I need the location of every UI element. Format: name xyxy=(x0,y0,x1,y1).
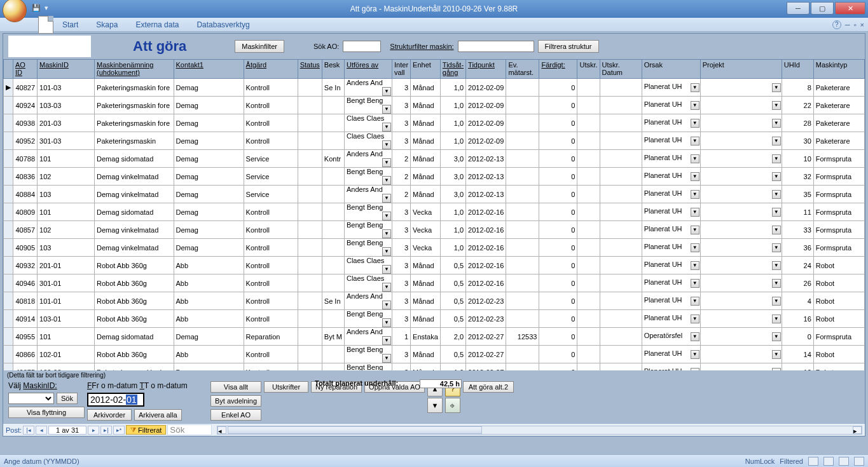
move-down-button[interactable]: ▼ xyxy=(427,398,443,413)
view-form-icon[interactable] xyxy=(823,457,834,466)
table-row[interactable]: 40914103-01Robot Abb 360gAbbKontrollBeng… xyxy=(4,310,865,328)
dropdown-icon[interactable]: ▼ xyxy=(772,137,781,146)
dropdown-icon[interactable]: ▼ xyxy=(382,140,391,149)
filtrera-struktur-button[interactable]: Filtrera struktur xyxy=(538,40,599,53)
dropdown-icon[interactable]: ▼ xyxy=(691,243,699,252)
table-row[interactable]: 40866102-01Robot Abb 360gAbbKontrollBeng… xyxy=(4,346,865,363)
data-grid[interactable]: AOID MaskinID Maskinbenämning(uhdokument… xyxy=(3,59,865,370)
exit-button[interactable]: ⎆ xyxy=(445,398,460,413)
dropdown-icon[interactable]: ▼ xyxy=(772,261,781,270)
strukturfilter-input[interactable] xyxy=(458,41,534,52)
recnav-search[interactable] xyxy=(167,424,212,435)
dropdown-icon[interactable]: ▼ xyxy=(691,190,699,199)
table-row[interactable]: 40788101Demag sidomatadDemagServiceKontr… xyxy=(4,150,865,168)
table-row[interactable]: 40932201-01Robot Abb 360gAbbKontrollClae… xyxy=(4,257,865,274)
recnav-position[interactable]: 1 av 31 xyxy=(48,426,86,435)
maximize-button[interactable]: ▢ xyxy=(811,2,834,15)
dropdown-icon[interactable]: ▼ xyxy=(691,137,699,146)
table-row[interactable]: ▶40827101-03Paketeringsmaskin foreDemagK… xyxy=(4,79,865,97)
menu-start[interactable]: Start xyxy=(62,20,78,29)
dropdown-icon[interactable]: ▼ xyxy=(772,297,781,306)
horizontal-scrollbar[interactable]: ◂▸ xyxy=(217,426,862,435)
table-row[interactable]: 40836102Demag vinkelmatadDemagServiceBen… xyxy=(4,168,865,186)
recnav-next[interactable]: ▸ xyxy=(88,426,99,435)
table-row[interactable]: 40809101Demag sidomatadDemagKontrollBeng… xyxy=(4,203,865,221)
recnav-new[interactable]: ▸* xyxy=(113,426,125,435)
table-row[interactable]: 40924103-03Paketeringsmaskin foreDemagKo… xyxy=(4,97,865,114)
from-date-input[interactable]: 2012-02-01 xyxy=(87,393,144,407)
dropdown-icon[interactable]: ▼ xyxy=(772,332,781,341)
view-design-icon[interactable] xyxy=(854,457,864,466)
dropdown-icon[interactable]: ▼ xyxy=(691,154,699,163)
dropdown-icon[interactable]: ▼ xyxy=(691,297,699,306)
dropdown-icon[interactable]: ▼ xyxy=(382,354,391,363)
help-icon[interactable]: ? xyxy=(832,20,841,29)
dropdown-icon[interactable]: ▼ xyxy=(382,301,391,309)
dropdown-icon[interactable]: ▼ xyxy=(382,176,391,185)
arkivorder-button[interactable]: Arkivorder xyxy=(87,409,132,421)
dropdown-icon[interactable]: ▼ xyxy=(382,123,391,132)
dropdown-icon[interactable]: ▼ xyxy=(772,279,781,288)
dropdown-icon[interactable]: ▼ xyxy=(382,212,391,220)
dropdown-icon[interactable]: ▼ xyxy=(691,119,699,128)
dropdown-icon[interactable]: ▼ xyxy=(772,154,781,163)
mdi-restore-icon[interactable]: ▫ xyxy=(854,21,857,29)
dropdown-icon[interactable]: ▼ xyxy=(691,261,699,270)
arkivera-alla-button[interactable]: Arkivera alla xyxy=(134,409,182,421)
dropdown-icon[interactable]: ▼ xyxy=(382,229,391,238)
dropdown-icon[interactable]: ▼ xyxy=(382,105,391,114)
dropdown-icon[interactable]: ▼ xyxy=(772,190,781,199)
dropdown-icon[interactable]: ▼ xyxy=(691,83,699,92)
dropdown-icon[interactable]: ▼ xyxy=(382,283,391,292)
byt-avdelning-button[interactable]: Byt avdelning xyxy=(210,395,261,407)
dropdown-icon[interactable]: ▼ xyxy=(691,101,699,110)
dropdown-icon[interactable]: ▼ xyxy=(772,119,781,128)
dropdown-icon[interactable]: ▼ xyxy=(772,226,781,234)
dropdown-icon[interactable]: ▼ xyxy=(382,336,391,345)
menu-externa[interactable]: Externa data xyxy=(135,20,179,29)
dropdown-icon[interactable]: ▼ xyxy=(691,332,699,341)
recnav-first[interactable]: |◂ xyxy=(23,426,34,435)
dropdown-icon[interactable]: ▼ xyxy=(691,368,699,370)
maskinfilter-button[interactable]: Maskinfilter xyxy=(235,40,284,53)
view-datasheet-icon[interactable] xyxy=(808,457,818,466)
dropdown-icon[interactable]: ▼ xyxy=(382,265,391,274)
table-row[interactable]: 40905103Demag vinkelmatadDemagKontrollBe… xyxy=(4,239,865,257)
dropdown-icon[interactable]: ▼ xyxy=(382,318,391,327)
table-row[interactable]: 40884103Demag vinkelmatadDemagServiceAnd… xyxy=(4,186,865,203)
qat-save-icon[interactable]: 💾 xyxy=(32,4,42,14)
menu-dbverktyg[interactable]: Databasverktyg xyxy=(196,20,249,29)
dropdown-icon[interactable]: ▼ xyxy=(691,226,699,234)
recnav-last[interactable]: ▸| xyxy=(100,426,112,435)
enkel-ao-button[interactable]: Enkel AO xyxy=(210,409,261,421)
table-row[interactable]: 40938201-03Paketeringsmaskin foreDemagKo… xyxy=(4,114,865,132)
visa-flyttning-button[interactable]: Visa flyttning xyxy=(8,407,85,418)
dropdown-icon[interactable]: ▼ xyxy=(382,158,391,167)
visa-allt-button[interactable]: Visa allt xyxy=(210,381,261,393)
maskinid-select[interactable] xyxy=(8,393,54,404)
table-row[interactable]: 40875102-03Paketeringsmaskin demDemagKon… xyxy=(4,363,865,371)
minimize-button[interactable]: ─ xyxy=(787,2,809,15)
dropdown-icon[interactable]: ▼ xyxy=(691,350,699,359)
table-row[interactable]: 40818101-01Robot Abb 360gAbbKontrollSe I… xyxy=(4,292,865,310)
alt2-button[interactable]: Att göra alt.2 xyxy=(463,381,514,393)
dropdown-icon[interactable]: ▼ xyxy=(772,172,781,181)
dropdown-icon[interactable]: ▼ xyxy=(382,87,391,96)
dropdown-icon[interactable]: ▼ xyxy=(772,350,781,359)
dropdown-icon[interactable]: ▼ xyxy=(772,208,781,217)
recnav-prev[interactable]: ◂ xyxy=(36,426,47,435)
utskrifter-button[interactable]: Utskrifter xyxy=(264,381,308,393)
dropdown-icon[interactable]: ▼ xyxy=(772,243,781,252)
mdi-minimize-icon[interactable]: ─ xyxy=(845,21,850,29)
close-button[interactable]: ✕ xyxy=(835,2,865,15)
sok-button[interactable]: Sök xyxy=(57,393,78,404)
table-row[interactable]: 40952301-03PaketeringsmaskinDemagKontrol… xyxy=(4,132,865,150)
view-layout-icon[interactable] xyxy=(839,457,849,466)
table-row[interactable]: 40946301-01Robot Abb 360gAbbKontrollClae… xyxy=(4,274,865,292)
table-row[interactable]: 40857102Demag vinkelmatadDemagKontrollBe… xyxy=(4,221,865,239)
dropdown-icon[interactable]: ▼ xyxy=(772,101,781,110)
dropdown-icon[interactable]: ▼ xyxy=(691,279,699,288)
qat-dropdown-icon[interactable]: ▾ xyxy=(45,4,55,14)
mdi-close-icon[interactable]: × xyxy=(860,21,864,29)
dropdown-icon[interactable]: ▼ xyxy=(772,315,781,323)
